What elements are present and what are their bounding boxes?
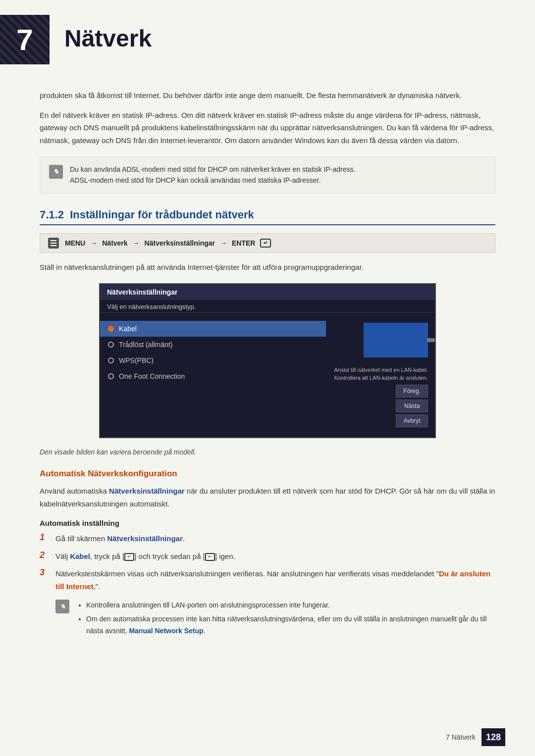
- ui-description-text: Anslut till nätverket med en LAN-kabel. …: [334, 366, 428, 382]
- radio-icon: [108, 342, 114, 348]
- enter-label: ENTER: [232, 239, 255, 247]
- footer-page-number: 128: [482, 728, 505, 746]
- ui-image-placeholder: [364, 323, 428, 357]
- steps-heading: Automatisk inställning: [40, 519, 495, 527]
- ui-nav-button[interactable]: Föreg.: [396, 385, 428, 398]
- step-1-num: 1: [40, 532, 50, 543]
- ui-subtitle: Välj en nätverksanslutningstyp.: [100, 300, 435, 312]
- note-icon: ✎: [49, 165, 63, 179]
- ui-options-list: KabelTrådlöst (allmänt)WPS(PBC)One Foot …: [100, 318, 326, 432]
- radio-icon: [108, 373, 114, 379]
- step-note-box: ✎ Kontrollera anslutningen till LAN-port…: [55, 600, 495, 639]
- menu-label: MENU: [65, 239, 85, 247]
- step-2-text: Välj Kabel, tryck på [↵] och tryck sedan…: [55, 550, 495, 563]
- chapter-title: Nätverk: [64, 15, 152, 52]
- menu-item-1: Nätverk: [102, 239, 127, 247]
- sub-intro-text: Använd automatiska Nätverksinställningar…: [40, 485, 495, 510]
- ui-title-bar: Nätverksinställningar: [100, 284, 435, 300]
- chapter-header: 7 Nätverk: [0, 0, 535, 74]
- step-2-num: 2: [40, 550, 50, 560]
- enter-icon-2: ↵: [205, 553, 215, 561]
- page-container: 7 Nätverk produkten ska få åtkomst till …: [0, 0, 535, 756]
- enter-icon-1: ↵: [124, 553, 134, 561]
- radio-icon: [108, 357, 114, 363]
- radio-icon: [108, 326, 114, 332]
- menu-path-box: MENU → Nätverk → Nätverksinställningar →…: [40, 233, 495, 253]
- caption-text: Den visade bilden kan variera beroende p…: [40, 448, 495, 456]
- note-box: ✎ Du kan använda ADSL-modem med stöd för…: [40, 156, 495, 194]
- ui-option[interactable]: One Foot Connection: [100, 368, 326, 384]
- ui-right-panel: Anslut till nätverket med en LAN-kabel. …: [326, 318, 435, 432]
- ui-option[interactable]: WPS(PBC): [100, 353, 326, 368]
- bullet-item-1: Kontrollera anslutningen till LAN-porten…: [86, 600, 495, 611]
- chapter-number-block: 7: [0, 15, 50, 64]
- enter-key-icon: ↵: [260, 239, 271, 248]
- step-2: 2 Välj Kabel, tryck på [↵] och tryck sed…: [40, 550, 495, 563]
- arrow-2: →: [133, 239, 140, 247]
- intro-text: Ställ in nätverksanslutningen på att anv…: [40, 261, 495, 274]
- step-1: 1 Gå till skärmen Nätverksinställningar.: [40, 532, 495, 545]
- footer-chapter-label: 7 Nätverk: [446, 733, 476, 741]
- page-footer: 7 Nätverk 128: [446, 728, 505, 746]
- chapter-number: 7: [16, 23, 33, 57]
- step-3-text: Nätverkstestskärmen visas och nätverksan…: [55, 567, 495, 593]
- step-1-text: Gå till skärmen Nätverksinställningar.: [55, 532, 495, 545]
- ui-option[interactable]: Kabel: [100, 321, 326, 337]
- ui-nav-buttons: Föreg.NästaAvbryt: [396, 385, 428, 427]
- menu-icon: [48, 238, 59, 249]
- step-3-num: 3: [40, 567, 50, 578]
- cable-connector-icon: [427, 338, 435, 342]
- arrow-3: →: [220, 239, 227, 247]
- ui-screenshot: Nätverksinställningar Välj en nätverksan…: [99, 283, 436, 438]
- arrow-1: →: [90, 239, 97, 247]
- content-area: produkten ska få åtkomst till Internet. …: [0, 89, 535, 639]
- section-heading: 7.1.2 Inställningar för trådbundet nätve…: [40, 208, 495, 225]
- bullet-list: Kontrollera anslutningen till LAN-porten…: [86, 600, 495, 639]
- step-3: 3 Nätverkstestskärmen visas och nätverks…: [40, 567, 495, 593]
- ui-nav-button[interactable]: Nästa: [396, 400, 428, 412]
- ui-option[interactable]: Trådlöst (allmänt): [100, 337, 326, 353]
- menu-item-2: Nätverksinställningar: [145, 239, 215, 247]
- intro-paragraph-2: En del nätverk kräver en statisk IP-adre…: [40, 109, 495, 147]
- ui-nav-button[interactable]: Avbryt: [396, 414, 428, 427]
- step-note-icon: ✎: [55, 600, 69, 613]
- bullet-item-2: Om den automatiska processen inte kan hi…: [86, 613, 495, 637]
- note-text: Du kan använda ADSL-modem med stöd för D…: [70, 164, 355, 186]
- subsection-heading: Automatisk Nätverkskonfiguration: [40, 469, 495, 479]
- ui-options-area: KabelTrådlöst (allmänt)WPS(PBC)One Foot …: [100, 313, 435, 437]
- manual-setup-link: Manual Network Setup: [129, 627, 203, 635]
- intro-paragraph-1: produkten ska få åtkomst till Internet. …: [40, 89, 495, 102]
